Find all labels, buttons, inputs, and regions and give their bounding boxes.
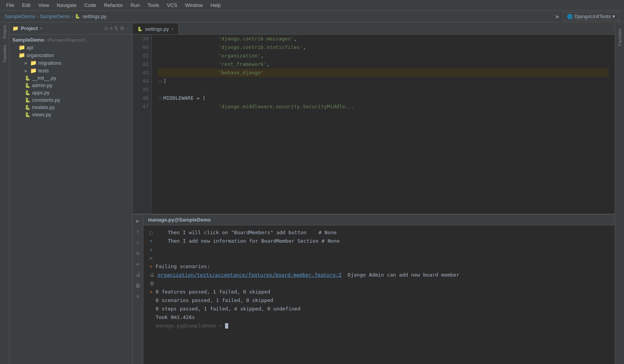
breadcrumb-sep-2: › (72, 13, 73, 19)
menu-view[interactable]: View (35, 2, 52, 9)
app-window: File Edit View Navigate Code Refactor Ru… (0, 0, 624, 364)
code-line-43: 'behave_django' (158, 69, 609, 77)
term-icon-3: ↓ (150, 245, 153, 254)
models-label: models.py (32, 104, 55, 110)
breadcrumb-root[interactable]: SampleDemo (5, 13, 35, 19)
menu-vcs[interactable]: VCS (164, 2, 180, 9)
term-line-wrap: ⇌ (150, 254, 609, 262)
code-line-47: 'django.middleware.security.SecurityMidd… (158, 102, 609, 111)
project-header-title: Project (21, 25, 38, 31)
ln-39: 39 (136, 35, 148, 43)
views-file-icon: 🐍 (25, 112, 30, 117)
code-editor[interactable]: 39 40 41 42 43 44 45 46 47 (133, 35, 615, 214)
term-feature-link[interactable]: organization/tests/acceptance/features/b… (158, 271, 341, 279)
tree-apps[interactable]: 🐍 apps.py (9, 89, 132, 96)
code-line-45 (158, 86, 609, 94)
left-tab-strip: Project Favorites (0, 22, 9, 364)
constants-file-icon: 🐍 (25, 97, 30, 103)
migrations-label: migrations (38, 60, 61, 66)
migrations-folder-icon: 📁 (30, 60, 37, 66)
tab-settings-py[interactable]: 🐍 settings.py × (133, 23, 179, 34)
tree-tests[interactable]: ▶ 📁 tests (9, 67, 132, 74)
sort-icon[interactable]: ⇅ (114, 25, 118, 31)
django-icon: 🌐 (567, 14, 573, 19)
menu-window[interactable]: Window (182, 2, 206, 9)
ln-40: 40 (136, 43, 148, 52)
menu-edit[interactable]: Edit (19, 2, 34, 9)
breadcrumb-file[interactable]: settings.py (82, 13, 106, 19)
settings-icon[interactable]: ⚙ (120, 25, 124, 31)
term-down-icon[interactable]: ↓ (135, 238, 140, 246)
terminal-title: manage.py@SampleDemo (148, 217, 211, 223)
tab-close-icon[interactable]: × (171, 27, 173, 31)
term-took: x Took 0m1.426s (150, 313, 609, 322)
run-config-label: DjangoUnitTests (574, 13, 611, 19)
tab-project[interactable]: Project (1, 22, 8, 42)
term-x-icon: ✕ (150, 288, 153, 296)
right-side-icons: Favorites (615, 22, 624, 364)
init-file-icon: 🐍 (25, 75, 30, 81)
term-close-icon[interactable]: ✕ (135, 292, 140, 300)
menu-navigate[interactable]: Navigate (54, 2, 79, 9)
menu-refactor[interactable]: Refactor (101, 2, 126, 9)
code-line-39: 'django.contrib.messages', (158, 35, 609, 43)
code-line-42: 'rest_framework', (158, 60, 609, 69)
breadcrumb-project[interactable]: SampleDemo (40, 13, 70, 19)
project-header-icons: ⊙ ≡ ⇅ ⚙ − (104, 25, 129, 31)
tree-admin[interactable]: 🐍 admin.py (9, 82, 132, 89)
scope-icon[interactable]: ⊙ (104, 25, 108, 31)
terminal-output[interactable]: □ Then I will click on "BoardMembers" ad… (143, 225, 615, 364)
breadcrumb-sep-1: › (37, 13, 38, 19)
run-config-icon: ▶ (556, 13, 560, 19)
org-folder-icon: 📁 (19, 52, 25, 58)
tree-init[interactable]: 🐍 __init__.py (9, 74, 132, 82)
right-tab-favorites[interactable]: Favorites (616, 25, 624, 49)
tree-organization[interactable]: 📁 organization (9, 51, 132, 59)
tree-migrations[interactable]: ▶ 📁 migrations (9, 59, 132, 67)
menu-tools[interactable]: Tools (145, 2, 162, 9)
menu-run[interactable]: Run (128, 2, 143, 9)
tree-api[interactable]: 📁 api (9, 44, 132, 51)
collapse-all-icon[interactable]: ≡ (110, 25, 113, 31)
tree-views[interactable]: 🐍 views.py (9, 111, 132, 118)
term-delete-line: 🗑 (150, 279, 609, 288)
project-header-arrow[interactable]: ▾ (40, 26, 42, 30)
minimize-icon[interactable]: − (126, 25, 129, 31)
terminal-header: manage.py@SampleDemo (143, 215, 615, 225)
code-content[interactable]: 'django.contrib.messages', 'django.contr… (152, 35, 615, 214)
views-label: views.py (32, 112, 51, 117)
breadcrumb-bar: SampleDemo › SampleDemo › 🐍 settings.py … (0, 11, 624, 22)
project-root-path: ~/PycharmProjects/S... (45, 38, 89, 42)
ln-47: 47 (136, 102, 148, 111)
menu-file[interactable]: File (3, 2, 17, 9)
term-wrap-icon[interactable]: ≡ (135, 249, 140, 257)
tab-bar: 🐍 settings.py × (133, 22, 615, 35)
tree-models[interactable]: 🐍 models.py (9, 104, 132, 111)
models-file-icon: 🐍 (25, 105, 30, 110)
term-up-icon[interactable]: ↑ (135, 228, 140, 235)
run-config-dropdown[interactable]: 🌐 DjangoUnitTests ▾ (563, 12, 619, 20)
term-icon-1: □ (150, 228, 153, 237)
menu-help[interactable]: Help (207, 2, 224, 9)
term-prompt-line: x manage.py@SampleDemo > (150, 322, 609, 330)
code-line-46: □MIDDLEWARE = [ (158, 94, 609, 102)
admin-label: admin.py (32, 82, 52, 88)
terminal-content-area: manage.py@SampleDemo □ Then I will click… (143, 215, 615, 364)
menu-code[interactable]: Code (81, 2, 99, 9)
api-label: api (27, 45, 33, 50)
term-failing-text: Failing scenarios: (156, 262, 210, 271)
term-scroll-icon[interactable]: ⇌ (135, 260, 140, 268)
ln-42: 42 (136, 60, 148, 69)
term-delete-icon[interactable]: 🗑 (135, 282, 141, 289)
tab-favorites[interactable]: Favorites (1, 42, 8, 65)
project-tree: SampleDemo ~/PycharmProjects/S... 📁 api … (9, 35, 132, 364)
term-rerun-icon[interactable]: ▶ (135, 217, 140, 225)
tree-constants[interactable]: 🐍 constants.py (9, 96, 132, 104)
apps-file-icon: 🐍 (25, 90, 30, 96)
tree-root-item: SampleDemo ~/PycharmProjects/S... (9, 36, 132, 44)
term-print-icon[interactable]: 🖨 (135, 271, 141, 278)
run-config-arrow: ▾ (612, 13, 615, 19)
tests-expand-icon: ▶ (25, 69, 28, 73)
org-label: organization (27, 52, 54, 58)
term-stats-3: x 0 steps passed, 1 failed, 4 skipped, 0… (150, 305, 609, 313)
